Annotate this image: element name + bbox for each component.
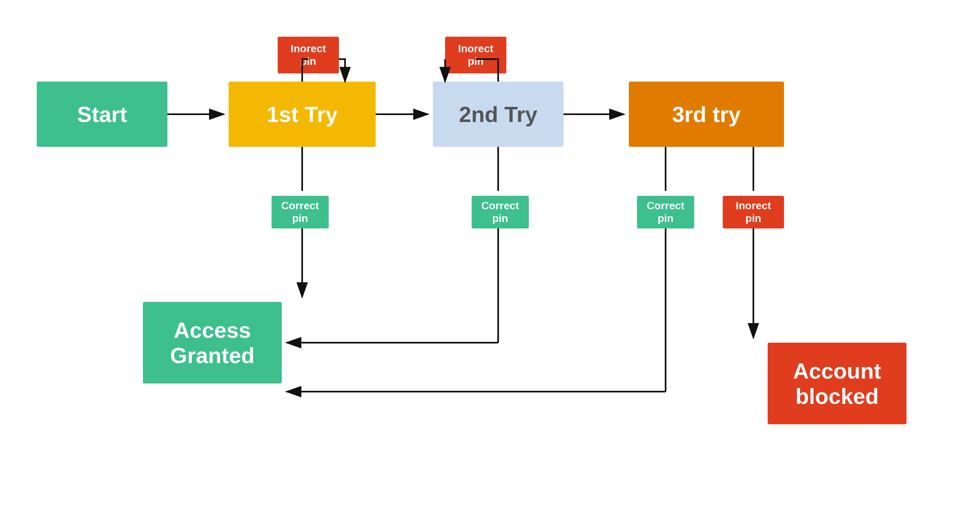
start-label: Start <box>77 102 127 127</box>
correct-pin-1st-label: Correctpin <box>281 199 319 225</box>
incorrect-pin-1st-label: Inorectpin <box>291 42 326 68</box>
arrow-inc1-down <box>339 59 345 82</box>
correct-pin-3rd-label: Correctpin <box>647 199 684 225</box>
second-try-node: 2nd Try <box>433 82 564 147</box>
correct-pin-1st: Correctpin <box>272 196 329 228</box>
account-blocked-label: Accountblocked <box>793 358 881 409</box>
first-try-node: 1st Try <box>229 82 376 147</box>
third-try-label: 3rd try <box>672 102 741 127</box>
second-try-label: 2nd Try <box>459 102 537 127</box>
incorrect-pin-2nd: Inorectpin <box>445 37 506 73</box>
incorrect-pin-1st: Inorectpin <box>278 37 339 73</box>
start-node: Start <box>37 82 167 147</box>
access-granted-label: AccessGranted <box>170 317 254 368</box>
correct-pin-2nd: Correctpin <box>472 196 529 228</box>
third-try-node: 3rd try <box>629 82 784 147</box>
incorrect-pin-3rd: Inorectpin <box>723 196 784 228</box>
correct-pin-2nd-label: Correctpin <box>481 199 519 225</box>
incorrect-pin-3rd-label: Inorectpin <box>736 199 771 225</box>
access-granted-node: AccessGranted <box>143 302 282 383</box>
incorrect-pin-2nd-label: Inorectpin <box>458 42 494 68</box>
arrows-svg <box>0 0 980 514</box>
diagram: Start 1st Try 2nd Try 3rd try AccessGran… <box>0 0 980 514</box>
first-try-label: 1st Try <box>267 102 338 127</box>
account-blocked-node: Accountblocked <box>768 343 906 424</box>
correct-pin-3rd: Correctpin <box>637 196 694 228</box>
